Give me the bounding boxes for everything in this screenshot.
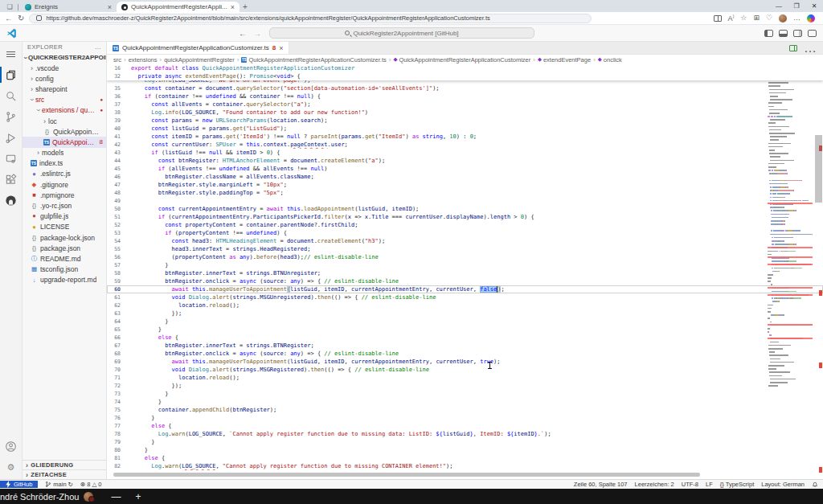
tree-item[interactable]: {}package-lock.json — [23, 232, 106, 243]
workspace-root[interactable]: › QUICKREGISTER2APPOINTME... — [23, 52, 106, 63]
code-line[interactable]: 79 } — [107, 438, 823, 446]
add-icon[interactable]: + — [135, 492, 141, 502]
sticky-scroll[interactable]: 16export default class QuickAppointmentR… — [107, 64, 823, 80]
tree-item[interactable]: ■.npmignore — [23, 190, 106, 200]
tree-item[interactable]: TSQuickAppointme...8 — [23, 137, 106, 147]
code-line[interactable]: 43 if (listGuid !== null && itemID > 0) … — [107, 149, 823, 157]
read-aloud-icon[interactable]: A) — [728, 14, 735, 23]
code-line[interactable]: 16export default class QuickAppointmentR… — [107, 64, 823, 72]
nav-back-icon[interactable]: ← — [239, 29, 247, 38]
code-line[interactable]: 36 if (container !== undefined && contai… — [107, 92, 823, 100]
code-line[interactable]: 71 location.reload(); — [107, 374, 823, 382]
browser-tab-ereignis[interactable]: Ereignis × — [20, 2, 117, 12]
code-line[interactable]: 68 btnRegister.onclick = async (source: … — [107, 350, 823, 358]
tree-item[interactable]: ●gulpfile.js — [23, 211, 106, 222]
minimize-icon[interactable]: — — [111, 492, 121, 502]
code-line[interactable]: 73 } — [107, 390, 823, 398]
code-line[interactable]: 72 }); — [107, 382, 823, 390]
code-line[interactable]: 61 void Dialog.alert(strings.MSGUnregist… — [107, 293, 823, 301]
remote-indicator[interactable]: GitHub — [0, 481, 38, 488]
tree-item[interactable]: ↓upgrade-report.md — [23, 275, 106, 285]
customize-layout-icon[interactable] — [808, 30, 817, 37]
tree-item[interactable]: ›models — [23, 148, 106, 158]
account-icon[interactable] — [0, 436, 23, 457]
breadcrumb-item[interactable]: TSQuickAppointmentRegisterApplicationCus… — [241, 56, 386, 64]
code-line[interactable]: 47 btnRegister.style.marginLeft = "10px"… — [107, 181, 823, 189]
status-item[interactable]: Zeile 60, Spalte 107 — [574, 481, 628, 488]
github-icon[interactable] — [0, 190, 23, 211]
status-item[interactable]: LF — [706, 481, 713, 488]
code-line[interactable]: 50 const currentAppointmentEntry = await… — [107, 205, 823, 213]
favorites-star-icon[interactable]: ☆ — [740, 14, 747, 22]
tab-close-icon[interactable]: × — [279, 44, 283, 52]
code-line[interactable]: 38 Log.info(LOG_SOURCE, "Found container… — [107, 109, 823, 117]
essentials-icon[interactable]: ♡ — [766, 14, 772, 22]
code-lines[interactable]: 35 const container = document.querySelec… — [107, 84, 823, 470]
tab-actions-icon[interactable]: ❏ — [3, 2, 16, 11]
code-line[interactable]: 40 const listGuid = params.get("ListGuid… — [107, 125, 823, 133]
tree-item[interactable]: ›config — [23, 73, 106, 84]
back-icon[interactable]: ← — [5, 14, 13, 23]
tree-item[interactable]: ›sharepoint — [23, 84, 106, 94]
code-line[interactable]: 41 const itemID = params.get('ItemId') !… — [107, 133, 823, 141]
vertical-scrollbar[interactable] — [815, 135, 822, 203]
browser-tab-active[interactable]: QuickAppointmentRegisterAppli... × — [117, 2, 240, 12]
code-line[interactable]: 81 else { — [107, 454, 823, 462]
minimize-icon[interactable]: — — [770, 2, 788, 10]
code-line[interactable]: 82 Log.warn(LOG_SOURCE, "Cannot apply re… — [107, 462, 823, 470]
breadcrumb-item[interactable]: quickAppointmentRegister — [164, 56, 235, 64]
code-line[interactable]: 42 const currentUser: SPUser = this.cont… — [107, 141, 823, 149]
code-line[interactable]: 70 void Dialog.alert(strings.MSGRegister… — [107, 366, 823, 374]
sidebar-more-icon[interactable]: … — [95, 43, 101, 51]
tree-item[interactable]: {}QuickAppointmentRe... — [23, 126, 106, 137]
code-line[interactable]: 32 private async extendEventPage(): Prom… — [107, 72, 823, 80]
code-line[interactable]: 54 const head3: HTMLHeadingElement = doc… — [107, 237, 823, 245]
address-bar[interactable]: https://github.dev/maschroeder-z/QuickRe… — [29, 14, 592, 23]
source-control-icon[interactable] — [0, 106, 23, 127]
copilot-icon[interactable] — [807, 14, 815, 23]
tree-item[interactable]: {}.yo-rc.json — [23, 200, 106, 211]
code-line[interactable]: 55 head3.innerText = strings.HeadRegiste… — [107, 245, 823, 253]
code-editor[interactable]: 16export default class QuickAppointmentR… — [107, 64, 823, 479]
split-screen-icon[interactable] — [714, 15, 722, 22]
code-line[interactable]: 44 const btnRegister: HTMLAnchorElement … — [107, 157, 823, 165]
settings-gear-icon[interactable]: ⚙ — [0, 457, 23, 477]
code-line[interactable]: 65 } — [107, 326, 823, 334]
code-line[interactable]: 63 }); — [107, 309, 823, 318]
profile-avatar[interactable] — [779, 14, 787, 23]
branch-indicator[interactable]: main ↻ — [45, 481, 73, 488]
notifications-bell-icon[interactable] — [812, 481, 818, 488]
code-line[interactable]: 58 btnRegister.innerText = strings.BTNUn… — [107, 269, 823, 277]
tree-item[interactable]: ⓘREADME.md — [23, 253, 106, 264]
code-line[interactable]: 45 if (allEvents !== undefined && allEve… — [107, 165, 823, 173]
status-item[interactable]: Leerzeichen: 2 — [635, 481, 674, 488]
tree-item[interactable]: ›extensions / quick...● — [23, 105, 106, 116]
status-item[interactable]: Layout: German — [761, 481, 805, 488]
code-line[interactable]: 48 btnRegister.style.paddingTop = "5px"; — [107, 189, 823, 197]
search-icon[interactable] — [0, 85, 23, 106]
code-line[interactable]: 77 else { — [107, 422, 823, 430]
toggle-sidebar-icon[interactable] — [764, 30, 773, 37]
code-line[interactable]: 59 btnRegister.onclick = async (source: … — [107, 277, 823, 285]
more-menu-icon[interactable]: … — [793, 14, 800, 22]
code-line[interactable]: 57 } — [107, 261, 823, 269]
breadcrumb-item[interactable]: extensions — [129, 56, 158, 64]
code-line[interactable]: 80 } — [107, 446, 823, 454]
breadcrumb-item[interactable]: src — [113, 56, 121, 64]
breadcrumb-item[interactable]: ◆onclick — [598, 56, 622, 64]
toggle-secondary-sidebar-icon[interactable] — [793, 30, 802, 37]
tree-item[interactable]: ▦tsconfig.json — [23, 264, 106, 275]
nav-forward-icon[interactable]: → — [253, 29, 261, 38]
code-line[interactable]: 69 await this.manageUserToAppointment(li… — [107, 358, 823, 366]
status-item[interactable]: {}TypeScript — [720, 481, 754, 488]
code-line[interactable]: 53 if (propertyContent !== undefined) { — [107, 229, 823, 237]
extensions-icon[interactable] — [0, 169, 23, 190]
code-line[interactable]: 67 btnRegister.innerText = strings.BTNRe… — [107, 342, 823, 350]
code-line[interactable]: 46 btnRegister.className = allEvents.cla… — [107, 173, 823, 181]
timeline-section[interactable]: › ZEITACHSE — [23, 469, 106, 479]
tree-item[interactable]: TSindex.ts — [23, 158, 106, 169]
close-icon[interactable]: ✕ — [805, 2, 823, 10]
breadcrumb-item[interactable]: ◆extendEventPage — [538, 56, 591, 64]
command-center-search[interactable]: QuickRegister2Appointment [GitHub] — [269, 27, 534, 39]
code-line[interactable]: 62 location.reload(); — [107, 301, 823, 309]
